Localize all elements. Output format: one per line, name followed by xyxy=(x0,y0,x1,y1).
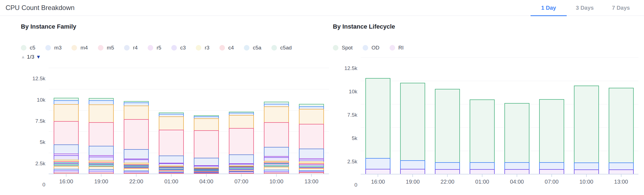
tab-7-days[interactable]: 7 Days xyxy=(603,0,639,16)
legend-item-m3[interactable]: m3 xyxy=(45,45,61,51)
bars-layer xyxy=(361,52,638,174)
bar-segment-r4 xyxy=(264,147,289,157)
legend-item-c4[interactable]: c4 xyxy=(219,45,234,51)
bar-segment-Spot xyxy=(365,78,390,159)
y-axis-label: 2.5k xyxy=(333,159,357,165)
bar-segment-m5 xyxy=(54,121,79,145)
bar-segment-m4 xyxy=(229,115,254,129)
axis-tick xyxy=(171,174,172,177)
legend-label: c5ad xyxy=(280,45,292,51)
stacked-bar-04:00 xyxy=(194,63,219,174)
axis-tick xyxy=(378,174,378,177)
stacked-bar-10:00 xyxy=(574,52,599,174)
legend-item-r3[interactable]: r3 xyxy=(196,45,209,51)
bar-segment-m4 xyxy=(264,106,289,123)
stacked-bar-07:00 xyxy=(539,52,564,174)
bar-slot xyxy=(294,63,329,174)
bar-slot xyxy=(154,63,189,174)
legend-item-c5a[interactable]: c5a xyxy=(244,45,261,51)
legend-label: c5 xyxy=(30,45,35,51)
legend-item-ri[interactable]: RI xyxy=(390,45,404,51)
bar-slot xyxy=(569,52,604,174)
stacked-bar-22:00 xyxy=(124,63,149,174)
legend-label: m5 xyxy=(107,45,114,51)
y-axis-label: 10k xyxy=(333,89,357,95)
family-x-axis: 16:0019:0022:0001:0004:0007:0010:0013:00 xyxy=(49,174,329,185)
family-y-axis: 12.5k10k7.5k5k2.5k0 xyxy=(21,74,49,185)
bar-segment-r4 xyxy=(54,144,79,154)
legend-label: Spot xyxy=(342,45,353,51)
x-axis-label: 07:00 xyxy=(234,178,248,185)
bar-slot xyxy=(500,52,534,174)
legend-item-spot[interactable]: Spot xyxy=(333,45,353,51)
lifecycle-plot-area xyxy=(361,52,638,174)
bar-segment-m4 xyxy=(159,116,184,130)
legend-dot-icon xyxy=(219,45,225,51)
bar-segment-m5 xyxy=(159,130,184,156)
bar-slot xyxy=(395,52,430,174)
legend-label: c3 xyxy=(180,45,186,51)
x-slot: 19:00 xyxy=(395,174,430,185)
x-axis-label: 04:00 xyxy=(199,178,213,185)
stacked-bar-01:00 xyxy=(159,63,184,174)
x-axis-label: 22:00 xyxy=(129,178,143,185)
legend-dot-icon xyxy=(363,45,368,51)
tab-3-days[interactable]: 3 Days xyxy=(567,0,603,16)
axis-tick xyxy=(276,174,277,177)
x-slot: 07:00 xyxy=(534,174,569,185)
x-axis-label: 16:00 xyxy=(59,178,73,185)
y-axis-label: 5k xyxy=(333,135,357,141)
x-slot: 22:00 xyxy=(119,174,154,185)
bar-segment-r4 xyxy=(159,156,184,163)
legend-page-indicator: 1/3 xyxy=(27,54,34,60)
x-axis-label: 16:00 xyxy=(371,179,385,185)
tab-1-day[interactable]: 1 Day xyxy=(531,0,567,16)
x-slot: 10:00 xyxy=(569,174,604,185)
lifecycle-y-axis: 12.5k10k7.5k5k2.5k0 xyxy=(333,63,361,185)
x-axis-line xyxy=(49,174,329,174)
bar-segment-m4 xyxy=(54,104,79,122)
bar-slot xyxy=(189,63,224,174)
lifecycle-legend: SpotODRI xyxy=(333,44,638,51)
legend-item-c3[interactable]: c3 xyxy=(171,45,186,51)
charts-row: By Instance Family c5m3m4m5r4r5c3r3c4c5a… xyxy=(0,16,644,185)
bar-segment-OD xyxy=(574,162,599,170)
legend-dot-icon xyxy=(45,45,51,51)
y-axis-label: 7.5k xyxy=(21,118,45,124)
bar-segment-m5 xyxy=(299,124,324,149)
x-axis-label: 07:00 xyxy=(545,179,559,185)
bar-segment-OD xyxy=(400,160,425,169)
legend-dot-icon xyxy=(98,45,103,51)
legend-item-r5[interactable]: r5 xyxy=(148,45,161,51)
bar-slot xyxy=(84,63,119,174)
chart-title-family: By Instance Family xyxy=(21,23,329,30)
bar-segment-OD xyxy=(365,158,390,169)
x-slot: 01:00 xyxy=(154,174,189,185)
x-slot: 07:00 xyxy=(224,174,259,185)
bar-segment-m5 xyxy=(124,119,149,149)
bar-segment-OD xyxy=(504,162,529,170)
legend-page-up-icon[interactable]: ▲ xyxy=(21,54,25,59)
legend-item-r4[interactable]: r4 xyxy=(124,45,138,51)
x-axis-label: 10:00 xyxy=(579,179,593,185)
legend-item-m5[interactable]: m5 xyxy=(98,45,114,51)
legend-page-down-icon[interactable]: ▼ xyxy=(36,54,41,60)
axis-tick xyxy=(311,174,312,177)
legend-dot-icon xyxy=(244,45,249,51)
bar-segment-m5 xyxy=(229,128,254,155)
bar-slot xyxy=(119,63,154,174)
x-slot: 04:00 xyxy=(189,174,224,185)
legend-item-m4[interactable]: m4 xyxy=(71,45,88,51)
legend-item-c5ad[interactable]: c5ad xyxy=(271,45,292,51)
stacked-bar-16:00 xyxy=(365,52,390,174)
legend-item-c5[interactable]: c5 xyxy=(21,45,35,51)
x-slot: 16:00 xyxy=(49,174,84,185)
legend-dot-icon xyxy=(71,45,77,51)
x-slot: 04:00 xyxy=(500,174,534,185)
legend-item-od[interactable]: OD xyxy=(363,45,380,51)
stacked-bar-16:00 xyxy=(54,63,79,174)
bar-slot xyxy=(361,52,395,174)
instance-lifecycle-chart-panel: By Instance Lifecycle SpotODRI 12.5k10k7… xyxy=(333,16,638,185)
x-slot: 13:00 xyxy=(294,174,329,185)
axis-tick xyxy=(447,174,448,177)
